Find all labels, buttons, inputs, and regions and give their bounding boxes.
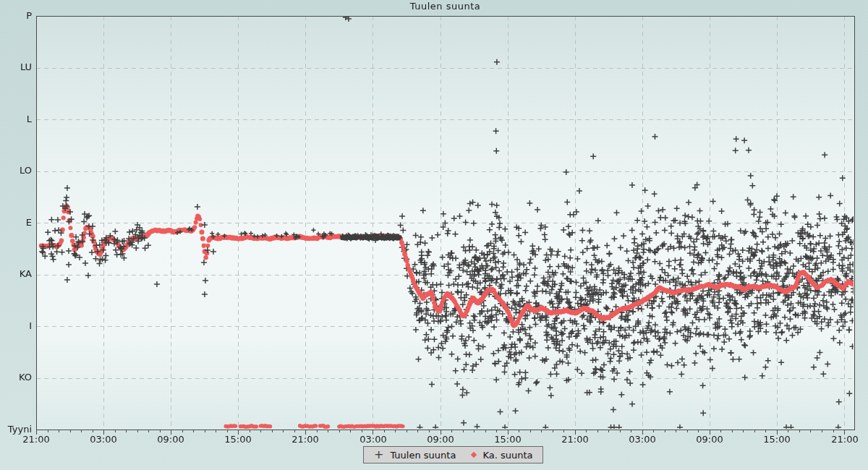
y-tick-lu: LU — [0, 61, 32, 72]
legend-label-avg: Ka. suunta — [482, 450, 532, 461]
x-tick-3: 15:00 — [218, 434, 258, 445]
legend-item-wind-direction: + Tuulen suunta — [374, 450, 456, 461]
wind-direction-chart — [0, 0, 868, 470]
x-tick-11: 15:00 — [757, 434, 796, 445]
y-tick-p: P — [0, 10, 32, 21]
y-tick-i: I — [0, 320, 32, 331]
x-tick-6: 09:00 — [421, 434, 460, 445]
y-tick-e: E — [0, 217, 32, 228]
red-dot-marker-icon — [471, 452, 477, 458]
x-tick-8: 21:00 — [556, 434, 595, 445]
plus-marker-icon: + — [374, 451, 383, 458]
legend-label-wind: Tuulen suunta — [390, 450, 456, 461]
y-tick-l: L — [0, 114, 32, 124]
x-tick-9: 03:00 — [623, 434, 662, 445]
wind-direction-panel: Tuulen suunta P LU L LO E KA I KO Tyyni … — [0, 0, 868, 470]
legend-item-avg-direction: Ka. suunta — [472, 450, 532, 461]
y-tick-tyyni: Tyyni — [0, 424, 32, 435]
x-tick-5: 03:00 — [354, 434, 393, 445]
y-tick-ka: KA — [0, 268, 32, 279]
x-tick-2: 09:00 — [151, 434, 190, 445]
chart-legend: + Tuulen suunta Ka. suunta — [363, 446, 543, 463]
x-tick-0: 21:00 — [17, 434, 56, 445]
x-tick-10: 09:00 — [690, 434, 729, 445]
y-tick-lo: LO — [0, 165, 32, 176]
chart-title: Tuulen suunta — [36, 1, 854, 12]
x-tick-12: 21:00 — [825, 434, 864, 445]
x-tick-1: 03:00 — [84, 434, 123, 445]
y-tick-ko: KO — [0, 372, 32, 383]
x-tick-7: 15:00 — [488, 434, 527, 445]
x-tick-4: 21:00 — [286, 434, 325, 445]
